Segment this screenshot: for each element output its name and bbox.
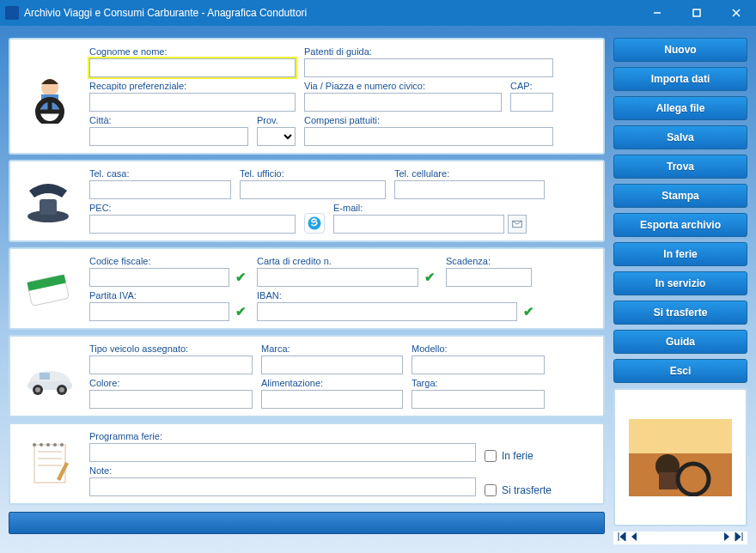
field-targa: Targa: xyxy=(412,378,545,409)
label-telcell: Tel. cellulare: xyxy=(394,168,545,179)
esci-button[interactable]: Esci xyxy=(613,359,747,383)
cf-validate-icon[interactable]: ✔ xyxy=(233,270,248,285)
field-recapito: Recapito preferenziale: xyxy=(89,81,296,112)
input-cf[interactable] xyxy=(89,268,229,287)
label-trasferte-cb: Si trasferte xyxy=(502,484,552,496)
input-via[interactable] xyxy=(304,93,502,112)
label-cc: Carta di credito n. xyxy=(257,256,437,266)
card-identity: Cognome e nome: Patenti di guida: Recapi… xyxy=(9,38,605,155)
svg-point-26 xyxy=(40,443,43,447)
iban-validate-icon[interactable]: ✔ xyxy=(521,304,536,319)
label-prov: Prov. xyxy=(257,115,296,125)
input-compensi[interactable] xyxy=(304,127,553,146)
field-telufficio: Tel. ufficio: xyxy=(240,168,386,199)
label-recapito: Recapito preferenziale: xyxy=(89,81,296,91)
input-note[interactable] xyxy=(89,477,476,496)
label-colore: Colore: xyxy=(89,378,253,388)
field-patenti: Patenti di guida: xyxy=(304,46,553,77)
label-aliment: Alimentazione: xyxy=(261,378,403,388)
nav-prev-button[interactable] xyxy=(629,532,639,544)
nuovo-button[interactable]: Nuovo xyxy=(613,38,747,62)
input-cc[interactable] xyxy=(257,268,418,287)
field-citta: Città: xyxy=(89,115,248,146)
field-email: E-mail: xyxy=(333,203,527,234)
card-phone: Tel. casa: Tel. ufficio: Tel. cellulare:… xyxy=(9,160,605,242)
client-area: Cognome e nome: Patenti di guida: Recapi… xyxy=(0,26,756,553)
label-ferie: Programma ferie: xyxy=(89,431,476,441)
checkbox-trasferte[interactable] xyxy=(485,484,497,496)
field-marca: Marca: xyxy=(261,343,403,374)
field-compensi: Compensi pattuiti: xyxy=(304,115,553,146)
nav-next-button[interactable] xyxy=(722,532,732,544)
label-telufficio: Tel. ufficio: xyxy=(240,168,386,179)
input-telcasa[interactable] xyxy=(89,180,231,199)
piva-validate-icon[interactable]: ✔ xyxy=(233,304,248,319)
salva-button[interactable]: Salva xyxy=(613,125,747,149)
titlebar: Archivio Viaggi e Consumi Carburante - A… xyxy=(0,0,756,26)
input-veicolo[interactable] xyxy=(89,356,253,374)
label-marca: Marca: xyxy=(261,343,403,354)
input-aliment[interactable] xyxy=(261,390,403,409)
field-cognome: Cognome e nome: xyxy=(89,46,296,77)
input-email[interactable] xyxy=(333,215,504,234)
skype-icon[interactable] xyxy=(304,213,325,234)
trova-button[interactable]: Trova xyxy=(613,155,747,179)
field-colore: Colore: xyxy=(89,378,253,409)
allega-button[interactable]: Allega file xyxy=(613,96,747,120)
svg-point-27 xyxy=(46,443,50,447)
card-icon xyxy=(19,256,81,321)
input-telcell[interactable] xyxy=(394,180,545,199)
label-veicolo: Tipo veicolo assegnato: xyxy=(89,343,253,354)
input-modello[interactable] xyxy=(412,356,545,374)
label-cap: CAP: xyxy=(510,81,553,91)
input-ferie[interactable] xyxy=(89,443,476,462)
svg-point-29 xyxy=(60,443,64,447)
field-ferie: Programma ferie: xyxy=(89,431,476,462)
input-patenti[interactable] xyxy=(304,58,553,77)
label-modello: Modello: xyxy=(412,343,545,354)
field-cc: Carta di credito n. ✔ xyxy=(257,256,437,287)
input-citta[interactable] xyxy=(89,127,248,146)
minimize-button[interactable] xyxy=(637,0,677,26)
label-piva: Partita IVA: xyxy=(89,290,248,301)
input-telufficio[interactable] xyxy=(240,180,386,199)
input-targa[interactable] xyxy=(412,390,545,409)
nav-last-button[interactable] xyxy=(734,532,744,544)
card-notes: Programma ferie: In ferie Note: Si trasf… xyxy=(9,422,605,505)
importa-button[interactable]: Importa dati xyxy=(613,67,747,91)
inferie-button[interactable]: In ferie xyxy=(613,242,747,266)
guida-button[interactable]: Guida xyxy=(613,330,747,354)
input-iban[interactable] xyxy=(257,302,517,321)
stampa-button[interactable]: Stampa xyxy=(613,184,747,208)
input-pec[interactable] xyxy=(89,215,296,234)
esporta-button[interactable]: Esporta archivio xyxy=(613,213,747,237)
checkbox-inferie-row: In ferie xyxy=(485,450,553,462)
close-button[interactable] xyxy=(716,0,756,26)
select-prov[interactable] xyxy=(257,127,296,146)
input-cap[interactable] xyxy=(510,93,553,112)
input-recapito[interactable] xyxy=(89,93,296,112)
label-note: Note: xyxy=(89,465,476,476)
input-marca[interactable] xyxy=(261,356,403,374)
maximize-button[interactable] xyxy=(677,0,716,26)
email-lookup-button[interactable] xyxy=(508,215,527,234)
label-targa: Targa: xyxy=(412,378,545,388)
label-citta: Città: xyxy=(89,115,248,125)
label-scad: Scadenza: xyxy=(446,256,532,266)
input-colore[interactable] xyxy=(89,390,253,409)
field-veicolo: Tipo veicolo assegnato: xyxy=(89,343,253,374)
app-icon xyxy=(5,6,19,20)
label-via: Via / Piazza e numero civico: xyxy=(304,81,502,91)
cc-validate-icon[interactable]: ✔ xyxy=(422,270,437,285)
input-cognome[interactable] xyxy=(89,58,296,77)
checkbox-inferie[interactable] xyxy=(485,450,497,462)
inservizio-button[interactable]: In servizio xyxy=(613,271,747,295)
trasferte-button[interactable]: Si trasferte xyxy=(613,301,747,325)
svg-point-28 xyxy=(53,443,57,447)
input-piva[interactable] xyxy=(89,302,229,321)
input-scad[interactable] xyxy=(446,268,532,287)
field-prov: Prov. xyxy=(257,115,296,146)
field-pec: PEC: xyxy=(89,203,296,234)
nav-first-button[interactable] xyxy=(617,532,627,544)
field-telcell: Tel. cellulare: xyxy=(394,168,545,199)
